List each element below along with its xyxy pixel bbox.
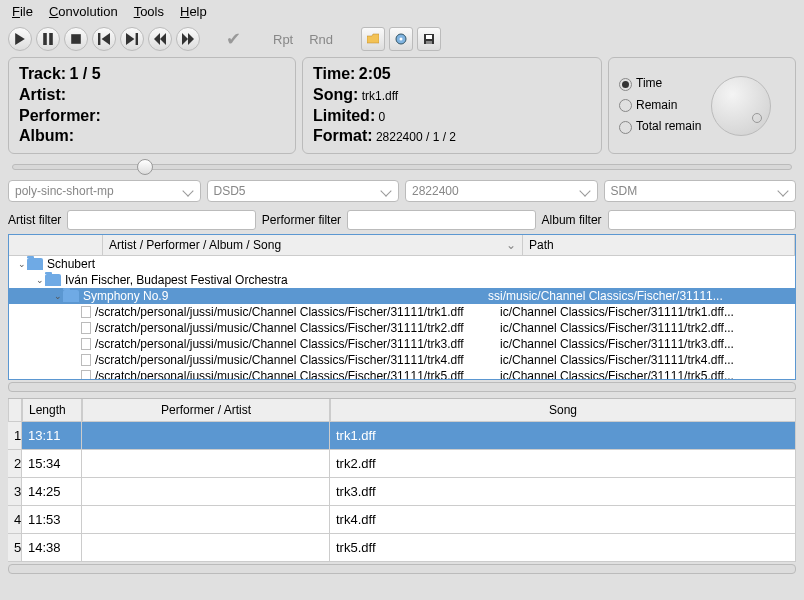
playlist-row[interactable]: 1 13:11 trk1.dff bbox=[8, 422, 796, 450]
playlist-row-performer bbox=[82, 506, 330, 533]
radio-total-remain[interactable]: Total remain bbox=[619, 119, 701, 135]
playlist-row[interactable]: 4 11:53 trk4.dff bbox=[8, 506, 796, 534]
file-icon bbox=[81, 322, 91, 334]
tree-header-path[interactable]: Path bbox=[523, 235, 795, 255]
tree-item-path: ...ic/Channel Classics/Fischer/31111/trk… bbox=[500, 305, 795, 319]
playlist-row[interactable]: 3 14:25 trk3.dff bbox=[8, 478, 796, 506]
tree-row[interactable]: /scratch/personal/jussi/music/Channel Cl… bbox=[9, 368, 795, 380]
random-button[interactable]: Rnd bbox=[303, 32, 339, 47]
time-mode-panel: Time Remain Total remain bbox=[608, 57, 796, 154]
song-value: trk1.dff bbox=[362, 89, 398, 103]
menu-tools[interactable]: Tools bbox=[134, 4, 164, 19]
tree-item-name: /scratch/personal/jussi/music/Channel Cl… bbox=[95, 321, 500, 335]
time-header-label: Time: bbox=[313, 65, 355, 82]
playlist-header-index[interactable] bbox=[8, 399, 22, 422]
volume-knob[interactable] bbox=[711, 76, 771, 136]
check-icon[interactable]: ✔ bbox=[222, 28, 245, 50]
tree-item-name: Iván Fischer, Budapest Festival Orchestr… bbox=[65, 273, 470, 287]
repeat-button[interactable]: Rpt bbox=[267, 32, 299, 47]
tree-row[interactable]: /scratch/personal/jussi/music/Channel Cl… bbox=[9, 320, 795, 336]
svg-rect-2 bbox=[71, 34, 81, 44]
tree-item-name: /scratch/personal/jussi/music/Channel Cl… bbox=[95, 353, 500, 367]
playlist-row-performer bbox=[82, 450, 330, 477]
tree-row[interactable]: ⌄ Iván Fischer, Budapest Festival Orches… bbox=[9, 272, 795, 288]
chevron-down-icon bbox=[579, 186, 590, 197]
track-info-panel: Track: 1 / 5 Artist: Performer: Album: bbox=[8, 57, 296, 154]
play-button[interactable] bbox=[8, 27, 32, 51]
performer-filter-input[interactable] bbox=[347, 210, 535, 230]
album-label: Album: bbox=[19, 127, 74, 144]
playlist-row-song: trk1.dff bbox=[330, 422, 796, 449]
svg-rect-8 bbox=[426, 35, 432, 39]
playlist-header-performer[interactable]: Performer / Artist bbox=[82, 399, 330, 422]
tree-hscrollbar[interactable] bbox=[8, 382, 796, 392]
playlist-row-length: 14:38 bbox=[22, 534, 82, 561]
prev-track-button[interactable] bbox=[92, 27, 116, 51]
playlist-row[interactable]: 2 15:34 trk2.dff bbox=[8, 450, 796, 478]
artist-label: Artist: bbox=[19, 86, 66, 103]
open-folder-button[interactable] bbox=[361, 27, 385, 51]
toolbar: ✔ Rpt Rnd bbox=[0, 23, 804, 55]
svg-rect-4 bbox=[136, 33, 138, 45]
seek-fwd-button[interactable] bbox=[176, 27, 200, 51]
limited-label: Limited: bbox=[313, 107, 375, 124]
save-button[interactable] bbox=[417, 27, 441, 51]
playlist-row-index: 1 bbox=[8, 422, 22, 449]
seek-slider[interactable] bbox=[12, 164, 792, 170]
song-label: Song: bbox=[313, 86, 358, 103]
menu-help[interactable]: Help bbox=[180, 4, 207, 19]
file-icon bbox=[81, 354, 91, 366]
tree-item-path: ...ic/Channel Classics/Fischer/31111/trk… bbox=[500, 369, 795, 380]
svg-rect-0 bbox=[43, 33, 47, 45]
performer-label: Performer: bbox=[19, 107, 101, 124]
menu-file[interactable]: File bbox=[12, 4, 33, 19]
seek-thumb[interactable] bbox=[137, 159, 153, 175]
tree-header-artist[interactable]: Artist / Performer / Album / Song ⌄ bbox=[103, 235, 523, 255]
pause-button[interactable] bbox=[36, 27, 60, 51]
folder-icon bbox=[27, 258, 43, 270]
stop-button[interactable] bbox=[64, 27, 88, 51]
file-icon bbox=[81, 306, 91, 318]
menu-convolution[interactable]: Convolution bbox=[49, 4, 118, 19]
playlist-row-index: 3 bbox=[8, 478, 22, 505]
tree-item-path: ...ic/Channel Classics/Fischer/31111/trk… bbox=[500, 321, 795, 335]
tree-header-blank[interactable] bbox=[9, 235, 103, 255]
track-number: 1 / 5 bbox=[69, 65, 100, 82]
filter-type-select[interactable]: poly-sinc-short-mp bbox=[8, 180, 201, 202]
file-icon bbox=[81, 370, 91, 380]
svg-rect-9 bbox=[426, 41, 432, 44]
playlist-header-song[interactable]: Song bbox=[330, 399, 796, 422]
time-value: 2:05 bbox=[359, 65, 391, 82]
dsd-select[interactable]: DSD5 bbox=[207, 180, 400, 202]
album-filter-label: Album filter bbox=[542, 213, 602, 227]
playlist-header-length[interactable]: Length bbox=[22, 399, 82, 422]
tree-item-name: Schubert bbox=[47, 257, 452, 271]
radio-remain-label: Remain bbox=[636, 98, 677, 114]
seek-back-button[interactable] bbox=[148, 27, 172, 51]
tree-row[interactable]: ⌄ Schubert bbox=[9, 256, 795, 272]
radio-remain[interactable]: Remain bbox=[619, 98, 701, 114]
rate-select[interactable]: 2822400 bbox=[405, 180, 598, 202]
playlist-hscrollbar[interactable] bbox=[8, 564, 796, 574]
sdm-select[interactable]: SDM bbox=[604, 180, 797, 202]
sdm-value: SDM bbox=[611, 184, 638, 198]
cd-button[interactable] bbox=[389, 27, 413, 51]
album-filter-input[interactable] bbox=[608, 210, 796, 230]
tree-item-name: /scratch/personal/jussi/music/Channel Cl… bbox=[95, 305, 500, 319]
tree-row[interactable]: /scratch/personal/jussi/music/Channel Cl… bbox=[9, 336, 795, 352]
playlist-row-length: 14:25 bbox=[22, 478, 82, 505]
playlist-row[interactable]: 5 14:38 trk5.dff bbox=[8, 534, 796, 562]
radio-time-label: Time bbox=[636, 76, 662, 92]
tree-row[interactable]: ⌄ Symphony No.9 ...ssi/music/Channel Cla… bbox=[9, 288, 795, 304]
radio-time[interactable]: Time bbox=[619, 76, 701, 92]
tree-row[interactable]: /scratch/personal/jussi/music/Channel Cl… bbox=[9, 352, 795, 368]
time-info-panel: Time: 2:05 Song: trk1.dff Limited: 0 For… bbox=[302, 57, 602, 154]
next-track-button[interactable] bbox=[120, 27, 144, 51]
tree-row[interactable]: /scratch/personal/jussi/music/Channel Cl… bbox=[9, 304, 795, 320]
track-header-label: Track: bbox=[19, 65, 66, 82]
svg-rect-1 bbox=[49, 33, 53, 45]
artist-filter-input[interactable] bbox=[67, 210, 255, 230]
dsd-value: DSD5 bbox=[214, 184, 246, 198]
svg-rect-3 bbox=[98, 33, 100, 45]
playlist-row-performer bbox=[82, 534, 330, 561]
